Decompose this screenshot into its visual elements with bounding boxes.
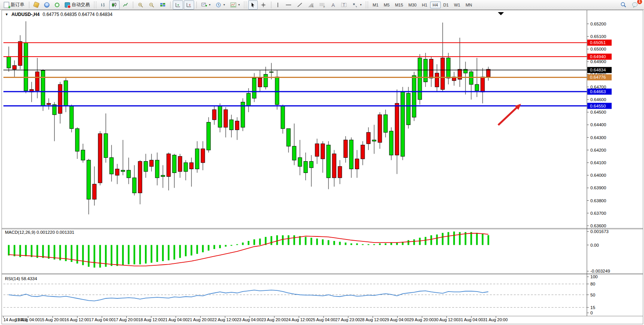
candle-body-bull — [264, 75, 268, 87]
candle-body-bull — [309, 162, 313, 168]
macd-indicator-label: MACD(12,26,9) 0.001220 0.001331 — [5, 230, 74, 235]
signals-button[interactable] — [53, 0, 62, 10]
price-tick-label: 0.63900 — [590, 185, 606, 190]
candle-body-bear — [429, 59, 433, 78]
timeframe-button-w1[interactable]: W1 — [451, 2, 463, 8]
timeframe-button-h4[interactable]: H4 — [430, 2, 441, 8]
price-level-badge-label: 0.64940 — [590, 54, 606, 59]
notifications-button[interactable]: 1 — [630, 0, 640, 10]
trendline-button[interactable] — [295, 0, 305, 10]
timeframe-button-m5[interactable]: M5 — [381, 2, 392, 8]
fibonacci-icon: F — [319, 2, 325, 8]
text-label-icon: T — [341, 2, 347, 8]
candle-body-bull — [475, 84, 479, 91]
timeframe-button-mn[interactable]: MN — [463, 2, 475, 8]
candle-body-bull — [281, 106, 285, 129]
candle-body-bear — [98, 134, 102, 183]
price-level-badge-label: 0.65051 — [590, 40, 606, 45]
candle-body-bull — [121, 170, 125, 171]
user-icon — [44, 2, 49, 8]
search-button[interactable] — [618, 0, 629, 10]
new-order-button[interactable]: 新订单 — [2, 0, 27, 10]
crosshair-button[interactable] — [258, 0, 269, 10]
candle-body-bear — [315, 144, 319, 156]
periods-button[interactable]: ▾ — [214, 0, 227, 10]
equidistant-channel-button[interactable]: E — [306, 0, 316, 10]
crosshair-icon — [261, 2, 266, 8]
chart-shift-icon — [186, 2, 192, 8]
time-tick-label: 24 Aug 12:00 — [286, 317, 311, 322]
candle-body-bull — [349, 140, 353, 169]
search-icon — [620, 2, 626, 8]
zoom-out-button[interactable] — [147, 0, 157, 10]
candlestick-mode-button[interactable] — [109, 0, 120, 10]
line-chart-mode-button[interactable] — [120, 0, 131, 10]
chart-menu-triangle-icon[interactable]: ▼ — [5, 13, 8, 16]
candle-body-bull — [161, 175, 165, 176]
auto-trading-button[interactable]: 自动交易 — [62, 0, 92, 10]
candle-body-bear — [355, 159, 359, 169]
time-tick-label: 17 Aug 20:00 — [114, 317, 139, 322]
timeframe-button-d1[interactable]: D1 — [441, 2, 451, 8]
candle — [70, 105, 73, 132]
rsi-axis-label: 80 — [590, 282, 595, 286]
candle-body-bull — [155, 160, 159, 178]
arrows-button[interactable]: ▾ — [350, 0, 364, 10]
rsi-axis-label: 15 — [590, 305, 595, 310]
candle — [401, 87, 405, 160]
market-watch-button[interactable] — [32, 0, 41, 10]
mt4-terminal: { "toolbar": { "new_order_label": "新订单",… — [0, 0, 644, 325]
separator — [29, 2, 29, 8]
fibonacci-button[interactable]: F — [317, 0, 328, 10]
time-tick-label: 27 Aug 23:00 — [335, 317, 360, 322]
candle-body-bull — [41, 71, 45, 106]
dropdown-caret: ▾ — [223, 3, 225, 6]
candle-body-bull — [389, 131, 393, 155]
tile-windows-button[interactable] — [158, 0, 168, 10]
rsi-axis-label: 100 — [590, 274, 598, 279]
price-tick-label: 0.64100 — [590, 160, 606, 165]
bar-chart-mode-button[interactable] — [98, 0, 108, 10]
timeframe-button-m30[interactable]: M30 — [406, 2, 419, 8]
price-tick-label: 0.63700 — [590, 211, 606, 216]
new-chart-button[interactable]: ▾ — [199, 0, 213, 10]
timeframe-button-m15[interactable]: M15 — [392, 2, 406, 8]
horizontal-line-button[interactable] — [283, 0, 294, 10]
candle — [241, 98, 245, 131]
price-level-badge-label: 0.64663 — [590, 89, 606, 94]
text-label-button[interactable]: T — [339, 0, 349, 10]
auto-scroll-button[interactable] — [173, 0, 183, 10]
cursor-icon — [250, 2, 255, 8]
svg-text:F: F — [324, 5, 325, 8]
candle-body-bull — [412, 76, 416, 117]
price-tick-label: 0.64500 — [590, 110, 606, 114]
zoom-in-button[interactable] — [135, 0, 146, 10]
candle-body-bull — [144, 162, 148, 172]
rsi-axis-label: 0 — [590, 311, 593, 315]
main-toolbar: 新订单 自动交易 — [0, 0, 644, 10]
chart-shift-button[interactable] — [184, 0, 194, 10]
macd-axis-label: 0.00 — [590, 243, 599, 247]
vertical-line-button[interactable] — [274, 0, 282, 10]
candle-body-bull — [446, 58, 450, 78]
candle — [412, 72, 416, 121]
candle — [41, 69, 45, 111]
auto-scroll-icon — [175, 2, 181, 8]
profile-button[interactable] — [42, 0, 52, 10]
text-button[interactable]: A — [328, 0, 338, 10]
time-tick-label: 21 Aug 04:00 — [163, 317, 188, 322]
candle-body-bull — [24, 43, 28, 91]
tile-windows-icon — [160, 2, 166, 8]
indicators-button[interactable]: ▾ — [228, 0, 242, 10]
candle-body-bear — [367, 132, 370, 144]
candle-body-bull — [269, 72, 273, 73]
candle-body-bear — [332, 154, 336, 178]
timeframe-button-h1[interactable]: H1 — [419, 2, 430, 8]
candle-body-bear — [435, 73, 439, 87]
chart-canvas[interactable]: 0.652000.651000.650000.649000.648000.647… — [2, 10, 643, 324]
cursor-button[interactable] — [248, 0, 258, 10]
dropdown-caret: ▾ — [360, 3, 362, 6]
timeframe-button-m1[interactable]: M1 — [370, 2, 381, 8]
candle-body-bear — [212, 109, 216, 120]
time-tick-label: 30 Aug 12:00 — [434, 317, 459, 322]
